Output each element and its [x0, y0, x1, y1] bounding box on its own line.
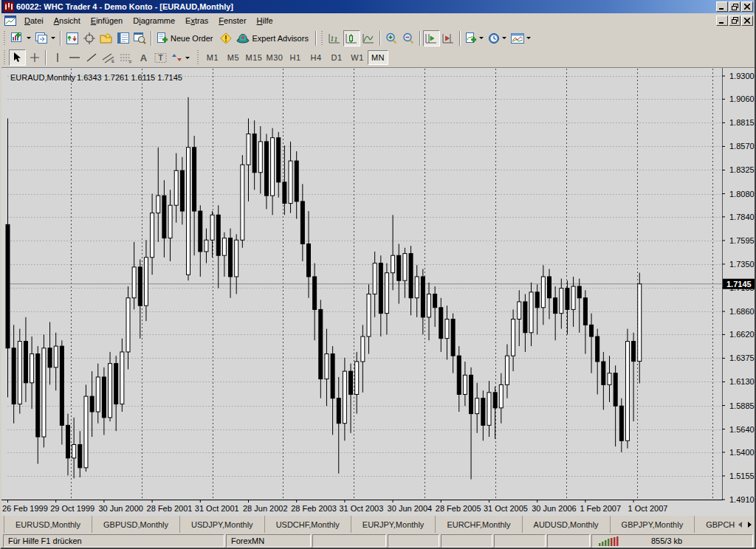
new-chart-button[interactable]	[9, 30, 33, 46]
text-label-tool-button[interactable]: T	[152, 49, 169, 66]
candle-body	[349, 371, 353, 394]
data-window-button[interactable]	[80, 30, 97, 46]
strategy-tester-button[interactable]	[131, 30, 148, 46]
periods-button[interactable]	[486, 30, 509, 46]
equidistant-channel-tool-button[interactable]: E	[100, 49, 117, 66]
chart-window-icon	[4, 15, 16, 26]
trendline-tool-button[interactable]	[83, 49, 100, 66]
crosshair-tool-button[interactable]	[26, 49, 43, 66]
vertical-line-tool-button[interactable]	[49, 49, 66, 66]
timeframe-button-m1[interactable]: M1	[202, 50, 223, 65]
timeframe-button-h1[interactable]: H1	[285, 50, 306, 65]
candle-body	[421, 277, 425, 317]
navigator-button[interactable]	[97, 30, 114, 46]
chart-shift-button[interactable]	[440, 30, 457, 46]
toolbar-gripper[interactable]	[3, 31, 7, 46]
candle-body	[36, 354, 40, 437]
expert-advisors-button[interactable]: Expert Advisors	[234, 30, 312, 46]
candle-body	[300, 201, 304, 244]
chart-tab-eurjpy[interactable]: EURJPY,Monthly	[351, 516, 436, 533]
profiles-dropdown	[51, 37, 55, 39]
chart-svg[interactable]: 1.93001.90601.88151.85701.83251.80801.78…	[1, 68, 756, 516]
menu-item-hilfe[interactable]: Hilfe	[252, 15, 278, 27]
market-watch-button[interactable]	[63, 30, 80, 46]
candlestick-chart-button[interactable]	[343, 30, 360, 46]
date-tick-label: 28 Feb 2003	[291, 504, 337, 513]
status-server-panel: ForexMN	[226, 534, 311, 548]
candle-body	[283, 182, 286, 204]
chart-tab-gbpusd[interactable]: GBPUSD,Monthly	[92, 516, 180, 533]
new-order-button[interactable]: Neue Order	[154, 30, 217, 46]
candle-body	[608, 373, 611, 385]
vertical-line-icon	[52, 52, 63, 63]
toolbar-gripper[interactable]	[320, 31, 324, 46]
close-button[interactable]	[741, 1, 753, 12]
cursor-tool-button[interactable]	[9, 49, 26, 66]
menu-item-diagramme[interactable]: Diagramme	[128, 15, 180, 27]
timeframe-button-w1[interactable]: W1	[347, 50, 368, 65]
price-tick-label: 1.9060	[729, 94, 755, 103]
timeframe-button-m15[interactable]: M15	[244, 50, 264, 65]
timeframe-button-m30[interactable]: M30	[264, 50, 285, 65]
candle-body	[295, 161, 298, 201]
candle-body	[157, 196, 160, 213]
zoom-out-button[interactable]	[400, 30, 417, 46]
minimize-button[interactable]	[716, 1, 728, 12]
menu-item-extras[interactable]: Extras	[180, 15, 213, 27]
toolbar-gripper[interactable]	[3, 50, 7, 65]
price-tick-label: 1.7840	[729, 213, 755, 221]
mdi-restore-icon	[732, 17, 738, 24]
crosshair-icon	[30, 52, 40, 63]
text-label-icon: T	[154, 52, 167, 63]
menu-item-einfügen[interactable]: Einfügen	[86, 15, 128, 27]
tab-scroll-right-icon[interactable]	[748, 522, 752, 528]
horizontal-line-tool-button[interactable]	[66, 49, 83, 66]
candle-body	[523, 302, 527, 333]
zoom-in-button[interactable]	[383, 30, 400, 46]
chart-tab-eurchf[interactable]: EURCHF,Monthly	[436, 516, 522, 533]
bar-chart-button[interactable]	[326, 30, 343, 46]
candle-body	[403, 254, 407, 281]
chart-tab-usdjpy[interactable]: USDJPY,Monthly	[180, 516, 265, 533]
chart-tabs-bar: EURUSD,MonthlyGBPUSD,MonthlyUSDJPY,Month…	[1, 515, 755, 533]
mdi-restore-button[interactable]	[729, 15, 740, 26]
line-chart-button[interactable]	[360, 30, 377, 46]
candle-body	[216, 215, 220, 255]
tab-scroll-left-icon[interactable]	[738, 522, 742, 528]
chart-tab-eurusd[interactable]: EURUSD,Monthly	[4, 516, 92, 533]
date-tick-label: 26 Feb 1999	[2, 504, 48, 513]
toolbar-gripper[interactable]	[196, 50, 200, 65]
restore-button[interactable]	[729, 1, 740, 12]
profiles-button[interactable]	[33, 30, 58, 46]
mdi-minimize-button[interactable]	[716, 15, 728, 26]
arrows-tool-button[interactable]	[169, 49, 192, 66]
mdi-close-button[interactable]	[741, 15, 753, 26]
candle-body	[289, 161, 292, 204]
timeframe-button-mn[interactable]: MN	[368, 50, 388, 65]
timeframe-button-m5[interactable]: M5	[223, 50, 244, 65]
chart-tab-audusd[interactable]: AUDUSD,Monthly	[523, 516, 611, 533]
candle-body	[391, 255, 395, 273]
menu-item-fenster[interactable]: Fenster	[213, 15, 251, 27]
text-tool-icon: A	[140, 52, 147, 63]
chart-tab-usdchf[interactable]: USDCHF,Monthly	[265, 516, 351, 533]
svg-text:T: T	[159, 54, 163, 62]
title-bar: 60022: WHC Trader 4 - Demo Konto - [EURA…	[1, 0, 755, 13]
chart-tab-gbpchf[interactable]: GBPCHF,Monthly	[695, 516, 735, 533]
indicators-button[interactable]	[463, 30, 486, 46]
status-empty-panel	[547, 534, 590, 548]
fibonacci-tool-button[interactable]: F	[117, 49, 135, 66]
terminal-button[interactable]	[114, 30, 131, 46]
timeframe-button-d1[interactable]: D1	[326, 50, 347, 65]
profiles-icon	[35, 32, 49, 44]
metaeditor-button[interactable]	[217, 30, 234, 46]
chart-tab-gbpjpy[interactable]: GBPJPY,Monthly	[611, 516, 695, 533]
menu-item-ansicht[interactable]: Ansicht	[49, 15, 86, 27]
text-tool-button[interactable]: A	[135, 49, 152, 66]
templates-button[interactable]	[509, 30, 533, 46]
timeframe-button-h4[interactable]: H4	[306, 50, 326, 65]
auto-scroll-button[interactable]	[423, 30, 440, 46]
menu-item-datei[interactable]: Datei	[19, 15, 49, 27]
toolbar-separator	[45, 50, 47, 65]
templates-dropdown	[526, 37, 531, 39]
